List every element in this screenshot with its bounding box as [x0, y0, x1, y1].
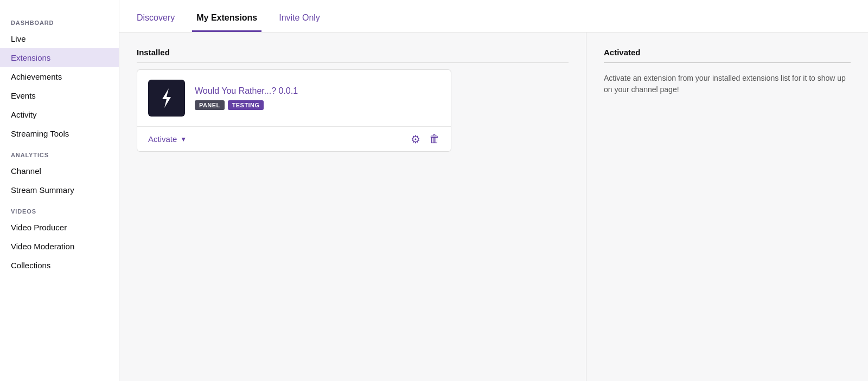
sidebar-item-collections[interactable]: Collections [0, 256, 119, 275]
sidebar-section-dashboard: DASHBOARD [0, 11, 119, 29]
sidebar-item-extensions[interactable]: Extensions [0, 48, 119, 67]
sidebar-item-events[interactable]: Events [0, 86, 119, 105]
tab-invite-only[interactable]: Invite Only [275, 13, 324, 32]
extension-icon [148, 80, 185, 117]
installed-section-title: Installed [137, 48, 569, 63]
installed-panel: Installed Would You Rather...? 0.0.1 PAN… [119, 33, 586, 381]
svg-marker-0 [162, 88, 171, 108]
sidebar-item-channel[interactable]: Channel [0, 162, 119, 180]
badge-testing: TESTING [228, 100, 264, 110]
sidebar-section-analytics: ANALYTICS [0, 143, 119, 162]
activated-section-title: Activated [604, 48, 851, 63]
sidebar-section-videos: VIDEOS [0, 199, 119, 218]
chevron-down-icon: ▼ [180, 135, 187, 143]
sidebar-item-stream-summary[interactable]: Stream Summary [0, 180, 119, 199]
extension-info: Would You Rather...? 0.0.1 PANEL TESTING [195, 86, 298, 110]
tab-my-extensions[interactable]: My Extensions [192, 13, 261, 32]
tab-bar: Discovery My Extensions Invite Only [119, 0, 868, 33]
main-content: Discovery My Extensions Invite Only Inst… [119, 0, 868, 381]
activate-label: Activate [148, 134, 177, 144]
sidebar-item-activity[interactable]: Activity [0, 105, 119, 124]
settings-icon[interactable]: ⚙ [411, 133, 420, 146]
badge-row: PANEL TESTING [195, 100, 298, 110]
extension-card-bottom: Activate ▼ ⚙ 🗑 [137, 126, 451, 151]
sidebar-item-video-producer[interactable]: Video Producer [0, 218, 119, 237]
badge-panel: PANEL [195, 100, 225, 110]
delete-icon[interactable]: 🗑 [429, 133, 440, 145]
sidebar-item-achievements[interactable]: Achievements [0, 67, 119, 86]
activated-description: Activate an extension from your installe… [604, 73, 851, 95]
tab-discovery[interactable]: Discovery [132, 13, 179, 32]
sidebar-item-live[interactable]: Live [0, 29, 119, 48]
sidebar-item-streaming-tools[interactable]: Streaming Tools [0, 124, 119, 143]
activate-button[interactable]: Activate ▼ [148, 132, 187, 146]
sidebar: DASHBOARD Live Extensions Achievements E… [0, 0, 119, 381]
card-actions: ⚙ 🗑 [411, 133, 440, 146]
extension-card: Would You Rather...? 0.0.1 PANEL TESTING… [137, 69, 451, 152]
extension-name: Would You Rather...? 0.0.1 [195, 86, 298, 96]
content-area: Installed Would You Rather...? 0.0.1 PAN… [119, 33, 868, 381]
extension-card-top: Would You Rather...? 0.0.1 PANEL TESTING [137, 70, 451, 126]
sidebar-item-video-moderation[interactable]: Video Moderation [0, 237, 119, 256]
activated-panel: Activated Activate an extension from you… [586, 33, 868, 381]
